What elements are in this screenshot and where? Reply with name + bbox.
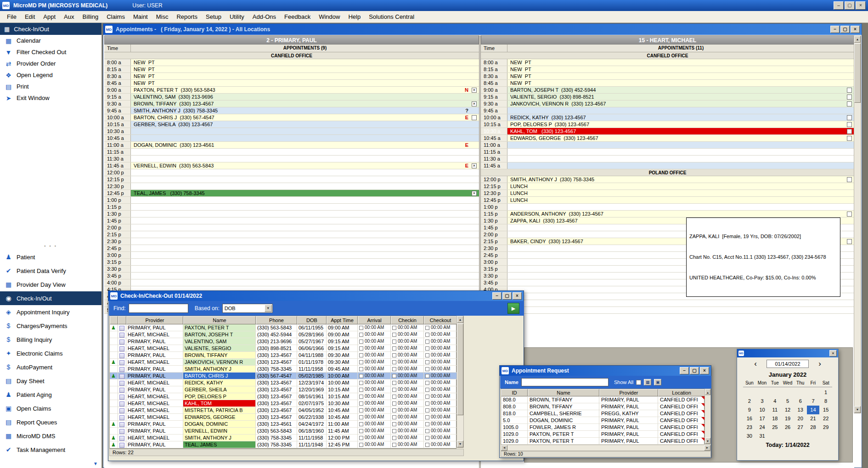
find-input[interactable] — [129, 304, 188, 313]
menu-item-appt[interactable]: Appt — [39, 11, 60, 22]
window-maximize-button[interactable]: ▢ — [840, 26, 850, 33]
calendar-day-30[interactable]: 30 — [743, 432, 756, 440]
schedule-slot[interactable]: 9:00 aBARTON, JOSEPH T (330) 452-5944 — [481, 87, 854, 94]
calendar-day-13[interactable]: 13 — [794, 406, 807, 414]
table-row[interactable]: HEART, MICHAELBARTON, JOSEPH T(330) 452-… — [110, 331, 456, 338]
calendar-day-10[interactable]: 10 — [756, 406, 769, 414]
calendar-day-15[interactable]: 15 — [819, 406, 832, 414]
time-checkbox[interactable] — [392, 381, 396, 385]
calendar-day-16[interactable]: 16 — [743, 414, 756, 423]
column-header-name[interactable]: Name — [183, 316, 256, 324]
sidebar-item-filter-checked-out[interactable]: ▼Filter Checked Out — [0, 46, 101, 58]
menu-item-reports[interactable]: Reports — [172, 11, 202, 22]
menu-item-help[interactable]: Help — [344, 11, 365, 22]
sidebar-item-patient[interactable]: ♟Patient — [0, 250, 101, 264]
time-checkbox[interactable] — [425, 333, 429, 337]
column-header-location[interactable]: Location — [658, 389, 705, 396]
time-checkbox[interactable] — [359, 415, 363, 419]
request-grid-icon[interactable]: ▣ — [654, 379, 661, 385]
slot-checkbox[interactable] — [847, 212, 852, 217]
menu-item-window[interactable]: Window — [315, 11, 344, 22]
table-row[interactable]: HEART, MICHAELREDICK, KATHY(330) 123-456… — [110, 379, 456, 386]
menu-item-billing[interactable]: Billing — [79, 11, 103, 22]
calendar-day-19[interactable]: 19 — [781, 414, 794, 423]
menu-item-add-ons[interactable]: Add-Ons — [248, 11, 280, 22]
schedule-slot[interactable]: 4:30 p — [481, 300, 854, 307]
slot-checkbox[interactable] — [847, 129, 852, 134]
calendar-day-8[interactable]: 8 — [819, 397, 832, 406]
slot-checkbox[interactable]: × — [472, 191, 477, 196]
calendar-today-label[interactable]: Today: 1/14/2022 — [737, 442, 838, 448]
calendar-prev-icon[interactable]: ‹ — [752, 359, 759, 368]
sidebar-item-open-claims[interactable]: ▣Open Claims — [0, 401, 101, 415]
time-checkbox[interactable] — [392, 346, 396, 351]
schedule-slot[interactable]: 1:00 p — [481, 204, 854, 211]
schedule-slot[interactable]: 8:00 aNEW PT — [481, 59, 854, 66]
schedule-slot[interactable]: 10:00 aBARTON, CHRIS J (330) 567-4547E — [104, 114, 479, 121]
checkin-minimize-button[interactable]: – — [492, 292, 502, 300]
time-checkbox[interactable] — [392, 429, 396, 433]
schedule-slot[interactable]: 11:15 a — [481, 149, 854, 156]
calendar-day-3[interactable]: 3 — [756, 397, 769, 406]
table-row[interactable]: HEART, MICHAELPOP, DELORES P(330) 123-45… — [110, 393, 456, 400]
time-checkbox[interactable] — [392, 408, 396, 412]
slot-checkbox[interactable]: × — [472, 101, 477, 106]
window-vertical-scrollbar[interactable]: ▲ ▼ — [854, 35, 861, 413]
schedule-slot[interactable]: 12:30 pLUNCH — [481, 190, 854, 197]
schedule-slot[interactable]: 12:45 pTEAL, JAMES (330) 758-3345× — [104, 190, 479, 197]
sidebar-item-check-in-out[interactable]: ◉Check-In/Out — [0, 291, 101, 305]
schedule-slot[interactable]: 11:30 a — [104, 156, 479, 162]
show-all-checkbox[interactable] — [636, 380, 641, 385]
sidebar-item-autopayment[interactable]: $AutoPayment — [0, 360, 101, 374]
calendar-day-14[interactable]: 14 — [807, 406, 820, 414]
column-header-arrival[interactable]: Arrival — [358, 316, 391, 324]
slot-checkbox[interactable] — [472, 115, 477, 120]
schedule-slot[interactable]: 12:15 p — [104, 176, 479, 183]
scroll-up-icon[interactable]: ▲ — [705, 389, 710, 395]
schedule-slot[interactable]: 2:30 p — [104, 238, 479, 245]
menu-item-edit[interactable]: Edit — [21, 11, 39, 22]
table-row[interactable]: HEART, MICHAELEDWARDS, GEORGE(330) 123-4… — [110, 414, 456, 421]
column-header-checkin[interactable]: Checkin — [391, 316, 424, 324]
time-checkbox[interactable] — [392, 415, 396, 419]
time-checkbox[interactable] — [425, 443, 429, 447]
time-checkbox[interactable] — [359, 346, 363, 351]
schedule-slot[interactable]: 3:45 p — [104, 273, 479, 279]
request-maximize-button[interactable]: ▢ — [690, 367, 699, 374]
calendar-day-2[interactable]: 2 — [743, 397, 756, 406]
calendar-day-12[interactable]: 12 — [781, 406, 794, 414]
sidebar-splitter[interactable]: ● ● ● — [0, 245, 101, 247]
scroll-down-icon[interactable]: ▼ — [705, 438, 710, 444]
column-header-dob[interactable]: DOB — [297, 316, 327, 324]
menu-item-solutions-central[interactable]: Solutions Central — [365, 11, 418, 22]
app-minimize-button[interactable]: – — [834, 1, 844, 10]
sidebar-item-patient-aging[interactable]: ♟Patient Aging — [0, 388, 101, 401]
checkin-close-button[interactable]: × — [513, 292, 522, 300]
scrollbar-thumb[interactable] — [457, 323, 463, 415]
schedule-slot[interactable]: 10:30 aKAHL, TOM (330) 123-4567 — [481, 128, 854, 135]
window-close-button[interactable]: × — [851, 26, 860, 33]
time-checkbox[interactable] — [359, 401, 363, 406]
schedule-slot[interactable]: 2:00 p — [104, 224, 479, 231]
schedule-slot[interactable]: 9:45 a — [481, 107, 854, 114]
table-row[interactable]: 5.0DOGAN, DOMINICPRIMARY, PAULCANFIELD O… — [501, 417, 704, 424]
time-checkbox[interactable] — [425, 346, 429, 351]
schedule-slot[interactable]: 9:45 aSMITH, ANTHONY J (330) 758-3345? — [104, 107, 479, 114]
sidebar-item-calendar[interactable]: ▦Calendar — [0, 35, 101, 46]
calendar-day-1[interactable]: 1 — [819, 388, 832, 397]
time-checkbox[interactable] — [425, 360, 429, 364]
request-vertical-scrollbar[interactable]: ▲ ▼ — [705, 389, 711, 444]
slot-checkbox[interactable] — [847, 101, 852, 106]
calendar-day-4[interactable]: 4 — [768, 397, 781, 406]
schedule-slot[interactable]: 3:00 p — [104, 252, 479, 259]
schedule-slot[interactable]: 8:45 aNEW PT — [104, 80, 479, 87]
time-checkbox[interactable] — [392, 395, 396, 399]
time-checkbox[interactable] — [392, 443, 396, 447]
schedule-slot[interactable]: 9:15 aVALENTINO, SAM (330) 213-9696 — [104, 94, 479, 100]
calendar-close-button[interactable]: × — [829, 350, 837, 357]
calendar-titlebar[interactable]: MD × — [737, 349, 838, 357]
table-row[interactable]: PRIMARY, PAULSMITH, ANTHONY J(330) 758-3… — [110, 366, 456, 373]
menu-item-claims[interactable]: Claims — [102, 11, 129, 22]
menu-item-file[interactable]: File — [3, 11, 21, 22]
time-checkbox[interactable] — [392, 340, 396, 344]
